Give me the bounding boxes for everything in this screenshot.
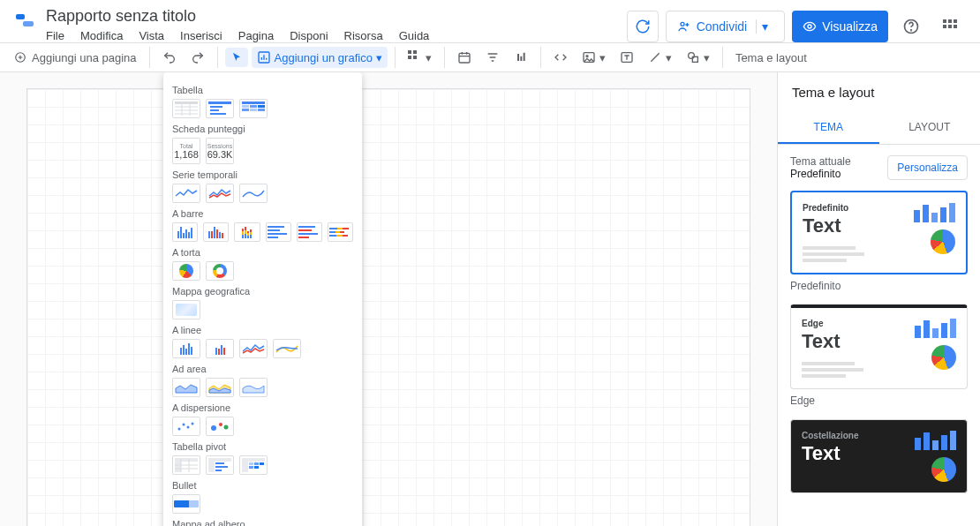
share-label: Condividi [697, 19, 748, 34]
chart-table-heatmap[interactable] [239, 99, 268, 118]
svg-rect-25 [175, 101, 198, 104]
share-button[interactable]: Condividi ▾ [666, 11, 786, 42]
add-page-button[interactable]: Aggiungi una pagina [9, 48, 142, 68]
chart-bar-horizontal-1[interactable] [266, 222, 291, 242]
tab-theme[interactable]: TEMA [778, 112, 879, 144]
chart-scorecard-1[interactable]: Total1,168 [172, 138, 200, 164]
svg-rect-0 [16, 14, 25, 19]
app-logo[interactable] [14, 11, 35, 32]
menubar: File Modifica Vista Inserisci Pagina Dis… [46, 29, 616, 42]
svg-rect-69 [254, 466, 259, 469]
community-visualizations-button[interactable]: ▾ [403, 47, 437, 68]
image-button[interactable]: ▾ [577, 47, 611, 68]
menu-insert[interactable]: Inserisci [180, 29, 222, 42]
svg-rect-66 [254, 462, 259, 465]
chart-area-2[interactable] [206, 378, 234, 397]
chart-timeseries-3[interactable] [239, 184, 268, 203]
refresh-button[interactable] [627, 11, 659, 42]
chart-bar-3[interactable] [234, 222, 260, 242]
menu-resource[interactable]: Risorsa [344, 29, 383, 42]
theme-card-edge[interactable]: Edge Text [790, 304, 968, 389]
date-range-control[interactable] [452, 47, 477, 68]
chart-donut[interactable] [206, 261, 234, 281]
svg-rect-41 [258, 109, 265, 111]
selection-tool[interactable] [225, 48, 248, 67]
chart-table-bars[interactable] [206, 99, 234, 118]
svg-point-22 [689, 53, 695, 59]
help-icon[interactable] [895, 11, 927, 42]
line-button[interactable]: ▾ [643, 47, 677, 68]
chart-type-menu: Tabella Scheda punteggi Total1,168 Sessi… [163, 72, 362, 526]
svg-rect-1 [23, 21, 34, 26]
chart-line-1[interactable] [172, 339, 200, 358]
chart-pivot-3[interactable] [239, 455, 268, 475]
chart-line-4[interactable] [273, 339, 301, 358]
chart-bar-1[interactable] [172, 222, 198, 242]
svg-rect-6 [943, 19, 946, 23]
svg-point-2 [681, 22, 684, 26]
filter-control[interactable] [480, 47, 505, 68]
section-line: A linee [172, 325, 353, 335]
svg-rect-31 [208, 101, 231, 104]
chart-bar-2[interactable] [203, 222, 229, 242]
add-chart-button[interactable]: Aggiungi un grafico ▾ [252, 47, 388, 68]
chart-scatter-2[interactable] [206, 417, 234, 436]
chart-pie[interactable] [172, 261, 200, 281]
menu-file[interactable]: File [46, 29, 64, 42]
report-canvas[interactable] [26, 88, 750, 526]
share-dropdown-icon[interactable]: ▾ [756, 19, 773, 34]
chart-area-1[interactable] [172, 378, 200, 397]
chart-area-3[interactable] [239, 378, 268, 397]
chart-scatter-1[interactable] [172, 417, 200, 436]
svg-rect-40 [250, 109, 257, 111]
chart-bar-horizontal-2[interactable] [297, 222, 322, 242]
chart-line-3[interactable] [239, 339, 268, 358]
chart-scorecard-2[interactable]: Sessions69.3K [206, 138, 234, 164]
section-bullet: Bullet [172, 480, 353, 491]
data-control[interactable] [509, 47, 533, 68]
menu-arrange[interactable]: Disponi [290, 29, 328, 42]
menu-help[interactable]: Guida [399, 29, 430, 42]
chart-pivot-1[interactable] [172, 455, 200, 475]
embed-button[interactable] [548, 47, 573, 68]
chart-geo[interactable] [172, 300, 200, 319]
section-bar: A barre [172, 208, 353, 219]
theme-card-default[interactable]: Predefinito Text [790, 191, 968, 274]
undo-button[interactable] [157, 47, 182, 68]
svg-rect-34 [210, 113, 226, 115]
svg-point-47 [219, 423, 222, 426]
svg-rect-17 [413, 56, 417, 59]
chart-table-plain[interactable] [172, 99, 200, 118]
chart-timeseries-2[interactable] [206, 184, 234, 203]
view-button[interactable]: Visualizza [792, 11, 888, 42]
svg-point-44 [187, 426, 190, 429]
redo-button[interactable] [185, 47, 210, 68]
chart-line-2[interactable] [206, 339, 234, 358]
svg-rect-18 [459, 53, 470, 63]
theme-constellation-label: Costellazione [802, 431, 858, 440]
text-button[interactable] [614, 47, 639, 68]
theme-card-constellation[interactable]: Costellazione Text [790, 419, 968, 493]
section-table: Tabella [172, 85, 353, 95]
svg-point-46 [211, 425, 216, 431]
tab-layout[interactable]: LAYOUT [879, 112, 981, 144]
sidebar-title: Tema e layout [778, 72, 980, 112]
menu-edit[interactable]: Modifica [80, 29, 123, 42]
menu-page[interactable]: Pagina [238, 29, 274, 42]
apps-grid-icon[interactable] [934, 11, 966, 42]
current-theme-name: Predefinito [790, 168, 851, 180]
chart-bar-horizontal-3[interactable] [328, 222, 353, 242]
chart-timeseries-1[interactable] [172, 184, 200, 203]
theme-layout-button[interactable]: Tema e layout [730, 48, 812, 68]
menu-view[interactable]: Vista [139, 29, 164, 42]
document-title[interactable]: Rapporto senza titolo [46, 7, 616, 26]
svg-rect-61 [215, 470, 222, 471]
theme-edge-name: Edge [790, 394, 968, 407]
section-scorecard: Scheda punteggi [172, 124, 353, 134]
svg-rect-64 [242, 458, 265, 462]
chart-bullet[interactable] [172, 494, 200, 514]
chart-pivot-2[interactable] [206, 455, 234, 475]
customize-button[interactable]: Personalizza [887, 155, 968, 180]
section-area: Ad area [172, 364, 353, 374]
shape-button[interactable]: ▾ [681, 47, 715, 68]
